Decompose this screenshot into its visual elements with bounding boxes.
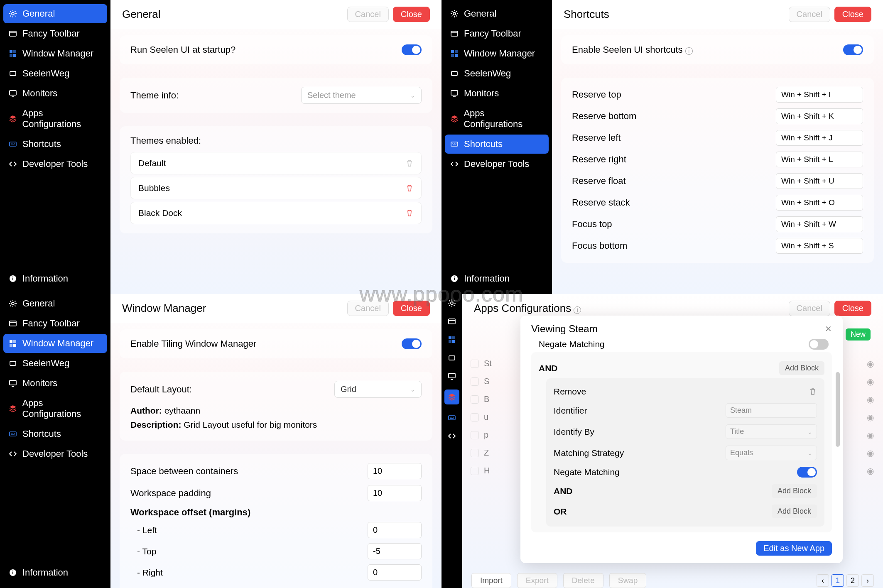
theme-item[interactable]: Black Dock [130,202,422,224]
eye-icon[interactable]: ◉ [866,413,875,422]
trash-icon[interactable] [809,387,817,396]
row-checkbox[interactable] [471,449,479,457]
sidebar-item-window-manager[interactable]: Window Manager [3,334,107,353]
shortcut-input[interactable] [776,195,863,211]
sidebar-item-information[interactable]: Information [3,269,107,288]
eye-icon[interactable]: ◉ [866,377,875,386]
row-checkbox[interactable] [471,413,479,421]
cancel-button[interactable]: Cancel [789,301,830,316]
page-prev[interactable]: ‹ [817,574,829,587]
page-2[interactable]: 2 [846,574,859,587]
sidebar-item-monitors[interactable]: Monitors [445,84,549,103]
shortcut-input[interactable] [776,87,863,103]
sidebar-item-shortcuts[interactable]: Shortcuts [3,135,107,154]
shortcut-input[interactable] [776,108,863,124]
close-icon[interactable]: ✕ [825,324,832,334]
eye-icon[interactable]: ◉ [866,466,875,475]
add-block-button[interactable]: Add Block [779,361,824,375]
negate-matching-toggle[interactable] [809,339,829,350]
cancel-button[interactable]: Cancel [789,7,830,22]
sidebar-item-developer-tools[interactable]: Developer Tools [3,154,107,174]
sidebar-item-window-manager[interactable]: Window Manager [445,44,549,63]
sidebar-item-seelenweg[interactable]: SeelenWeg [3,354,107,373]
window-icon[interactable] [447,316,457,326]
shortcut-input[interactable] [776,152,863,167]
enable-shortcuts-toggle[interactable] [843,44,863,55]
delete-button[interactable]: Delete [563,573,603,588]
keyboard-icon[interactable] [447,413,457,423]
sidebar-item-fancy-toolbar[interactable]: Fancy Toolbar [3,314,107,333]
close-button[interactable]: Close [834,7,871,22]
negate-matching-inner-toggle[interactable] [797,467,817,478]
workspace-padding-input[interactable] [368,485,422,501]
sidebar-item-apps-configurations[interactable]: Apps Configurations [3,394,107,424]
cancel-button[interactable]: Cancel [347,301,389,316]
offset-top-input[interactable] [368,543,422,559]
theme-item[interactable]: Bubbles [130,177,422,199]
shortcut-input[interactable] [776,216,863,232]
swap-button[interactable]: Swap [609,573,647,588]
row-checkbox[interactable] [471,377,479,386]
gear-icon[interactable] [447,298,457,308]
sidebar-item-monitors[interactable]: Monitors [3,84,107,103]
eye-icon[interactable]: ◉ [866,431,875,440]
new-button[interactable]: New [846,328,871,341]
sidebar-item-shortcuts[interactable]: Shortcuts [3,424,107,443]
shortcut-input[interactable] [776,130,863,146]
sidebar-item-monitors[interactable]: Monitors [3,374,107,393]
sidebar-item-seelenweg[interactable]: SeelenWeg [445,64,549,83]
close-button[interactable]: Close [834,301,871,316]
add-block-button[interactable]: Add Block [772,484,817,498]
sidebar-item-developer-tools[interactable]: Developer Tools [3,444,107,463]
grid-icon[interactable] [447,335,457,345]
shortcut-input[interactable] [776,238,863,254]
code-icon[interactable] [447,431,457,441]
row-checkbox[interactable] [471,431,479,439]
sidebar-item-general[interactable]: General [445,4,549,23]
sidebar-item-developer-tools[interactable]: Developer Tools [445,154,549,174]
layers-icon[interactable] [444,390,459,404]
close-button[interactable]: Close [393,301,430,316]
row-checkbox[interactable] [471,360,479,368]
eye-icon[interactable]: ◉ [866,448,875,458]
sidebar-item-general[interactable]: General [3,294,107,313]
square-icon[interactable] [447,353,457,363]
row-checkbox[interactable] [471,395,479,404]
close-button[interactable]: Close [393,7,430,22]
theme-item[interactable]: Default [130,152,422,174]
eye-icon[interactable]: ◉ [866,359,875,368]
row-checkbox[interactable] [471,467,479,475]
theme-select[interactable]: Select theme ⌄ [301,87,422,104]
export-button[interactable]: Export [517,573,557,588]
sidebar-item-fancy-toolbar[interactable]: Fancy Toolbar [445,24,549,43]
sidebar-item-information[interactable]: Information [3,563,107,582]
trash-icon[interactable] [405,159,414,167]
add-block-button[interactable]: Add Block [772,505,817,518]
eye-icon[interactable]: ◉ [866,395,875,404]
page-next[interactable]: › [861,574,874,587]
sidebar-item-apps-configurations[interactable]: Apps Configurations [3,104,107,134]
identify-by-select[interactable]: Title⌄ [726,424,817,439]
monitor-icon[interactable] [447,371,457,381]
sidebar-item-apps-configurations[interactable]: Apps Configurations [445,104,549,134]
identifier-input[interactable] [726,403,817,418]
cancel-button[interactable]: Cancel [347,7,389,22]
matching-strategy-select[interactable]: Equals⌄ [726,446,817,460]
sidebar-item-general[interactable]: General [3,4,107,23]
sidebar-item-fancy-toolbar[interactable]: Fancy Toolbar [3,24,107,43]
edit-as-new-app-button[interactable]: Edit as New App [756,541,832,556]
default-layout-select[interactable]: Grid ⌄ [334,381,422,398]
scrollbar[interactable] [835,372,840,497]
sidebar-item-shortcuts[interactable]: Shortcuts [445,135,549,154]
offset-right-input[interactable] [368,564,422,581]
trash-icon[interactable] [405,209,414,217]
run-at-startup-toggle[interactable] [402,44,422,55]
sidebar-item-information[interactable]: Information [445,269,549,288]
enable-tiling-toggle[interactable] [402,338,422,349]
sidebar-item-window-manager[interactable]: Window Manager [3,44,107,63]
import-button[interactable]: Import [471,573,511,588]
sidebar-item-seelenweg[interactable]: SeelenWeg [3,64,107,83]
page-1[interactable]: 1 [831,574,844,587]
offset-left-input[interactable] [368,522,422,538]
trash-icon[interactable] [405,184,414,192]
